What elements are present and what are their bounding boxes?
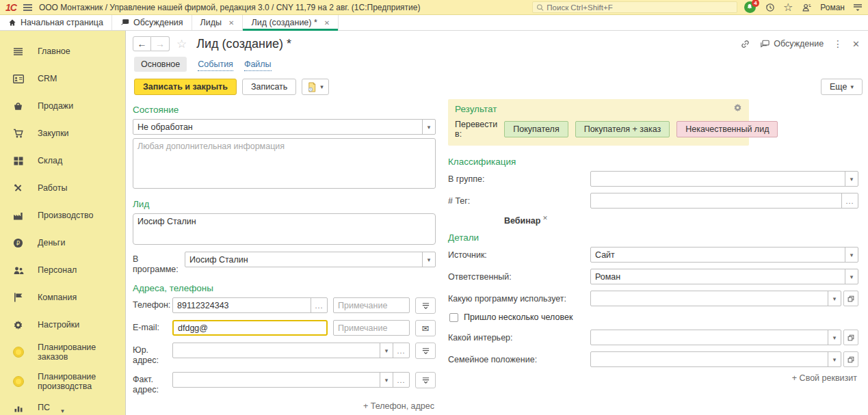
email-note-field[interactable] <box>333 320 410 336</box>
group-combobox[interactable]: ▾ <box>590 171 858 187</box>
tab-home[interactable]: Начальная страница <box>0 15 112 30</box>
more-menu-icon[interactable]: ⋮ <box>833 38 843 49</box>
add-phone-address-link[interactable]: + Телефон, адрес <box>363 401 434 411</box>
comment-textarea[interactable] <box>133 138 436 189</box>
favorites-star-icon[interactable]: ☆ <box>783 2 793 13</box>
program-used-input[interactable] <box>591 291 828 306</box>
save-and-close-button[interactable]: Записать и закрыть <box>134 79 237 95</box>
actual-address-input[interactable] <box>173 373 380 387</box>
convert-to-customer-button[interactable]: Покупателя <box>504 121 568 137</box>
sidebar-item-works[interactable]: Работы <box>0 174 125 202</box>
state-combobox[interactable]: ▾ <box>133 119 436 135</box>
phone-ellipsis-button[interactable]: ... <box>311 298 327 312</box>
interior-open-button[interactable] <box>843 330 858 345</box>
email-input[interactable] <box>174 321 326 334</box>
create-based-on-button[interactable]: ▾ <box>302 79 329 95</box>
tab-events[interactable]: События <box>198 58 233 71</box>
more-button[interactable]: Еще ▾ <box>821 79 863 95</box>
tab-lead-new[interactable]: Лид (создание) * ✕ <box>243 15 339 30</box>
sidebar-item-sales[interactable]: Продажи <box>0 92 125 120</box>
in-program-input[interactable] <box>185 252 422 267</box>
save-button[interactable]: Записать <box>242 79 296 95</box>
tag-field[interactable]: ... <box>590 193 858 209</box>
tag-remove-icon[interactable]: ✕ <box>542 215 548 222</box>
state-input[interactable] <box>133 120 422 134</box>
sidebar-scroll-down-icon[interactable]: ▼ <box>0 408 125 415</box>
program-used-dropdown-icon[interactable]: ▾ <box>828 291 841 306</box>
actual-address-dropdown-icon[interactable]: ▾ <box>380 373 393 387</box>
sidebar-item-production-planning[interactable]: Планирование производства <box>0 366 125 397</box>
favorite-star-icon[interactable]: ☆ <box>176 37 187 51</box>
search-input[interactable] <box>547 3 733 12</box>
responsible-dropdown-icon[interactable]: ▾ <box>845 269 858 284</box>
lead-name-textarea[interactable]: Иосиф Сталин <box>133 213 436 245</box>
interior-combobox[interactable]: ▾ <box>590 330 841 345</box>
source-input[interactable] <box>591 247 845 262</box>
source-dropdown-icon[interactable]: ▾ <box>845 247 858 262</box>
current-user[interactable]: Роман <box>820 3 845 12</box>
bad-lead-button[interactable]: Некачественный лид <box>676 121 778 137</box>
sidebar-item-main[interactable]: Главное <box>0 38 125 65</box>
in-program-dropdown-icon[interactable]: ▾ <box>422 252 435 267</box>
result-settings-gear-icon[interactable] <box>733 103 742 114</box>
email-note-input[interactable] <box>334 321 409 335</box>
legal-address-ellipsis-button[interactable]: ... <box>393 343 409 358</box>
tag-ellipsis-button[interactable]: ... <box>841 193 858 208</box>
in-program-combobox[interactable]: ▾ <box>185 252 436 267</box>
actual-address-history-button[interactable] <box>415 372 436 388</box>
tab-lead-new-close-icon[interactable]: ✕ <box>324 19 330 27</box>
close-form-icon[interactable]: ✕ <box>852 39 860 49</box>
back-button[interactable]: ← <box>133 36 151 51</box>
sidebar-item-settings[interactable]: Настройки <box>0 311 125 338</box>
tag-input[interactable] <box>591 193 841 208</box>
sidebar-item-staff[interactable]: Персонал <box>0 256 125 284</box>
marital-status-open-button[interactable] <box>843 351 858 367</box>
global-search[interactable] <box>532 1 737 13</box>
sidebar-item-production[interactable]: Производство <box>0 202 125 229</box>
actual-address-field[interactable]: ▾ ... <box>172 372 410 388</box>
group-input[interactable] <box>591 172 845 186</box>
sidebar-item-company[interactable]: Компания <box>0 284 125 311</box>
phone-field[interactable]: ... <box>172 297 328 313</box>
sidebar-item-crm[interactable]: CRM <box>0 65 125 92</box>
send-email-button[interactable]: ✉ <box>415 320 436 336</box>
tab-discussions[interactable]: Обсуждения <box>112 15 192 30</box>
program-used-combobox[interactable]: ▾ <box>590 291 841 306</box>
notifications-button[interactable]: 4 <box>744 1 757 14</box>
several-people-checkbox-row[interactable]: Пришло несколько человек <box>449 312 858 322</box>
marital-status-input[interactable] <box>591 352 828 366</box>
sidebar-item-purchases[interactable]: Закупки <box>0 120 125 147</box>
source-combobox[interactable]: ▾ <box>590 247 858 263</box>
state-dropdown-icon[interactable]: ▾ <box>422 120 435 134</box>
interior-input[interactable] <box>591 330 828 345</box>
responsible-combobox[interactable]: ▾ <box>590 269 858 284</box>
tab-files[interactable]: Файлы <box>244 58 272 71</box>
tab-leads[interactable]: Лиды ✕ <box>192 15 244 30</box>
copy-link-icon[interactable] <box>740 39 750 49</box>
history-icon[interactable] <box>765 2 775 12</box>
tab-main[interactable]: Основное <box>134 57 187 72</box>
phone-note-field[interactable] <box>333 297 410 313</box>
main-menu-icon[interactable] <box>23 4 32 11</box>
convert-to-customer-order-button[interactable]: Покупателя + заказ <box>575 121 670 137</box>
marital-status-combobox[interactable]: ▾ <box>590 351 841 367</box>
legal-address-history-button[interactable] <box>415 343 436 359</box>
marital-status-dropdown-icon[interactable]: ▾ <box>828 352 841 366</box>
actual-address-ellipsis-button[interactable]: ... <box>393 373 409 387</box>
sidebar-item-money[interactable]: ₽ Деньги <box>0 229 125 256</box>
phone-history-button[interactable] <box>415 297 436 314</box>
legal-address-input[interactable] <box>173 343 380 358</box>
forward-button[interactable]: → <box>151 36 170 51</box>
legal-address-field[interactable]: ▾ ... <box>172 343 410 358</box>
sidebar-item-order-planning[interactable]: Планирование заказов <box>0 338 125 366</box>
checkbox-icon[interactable] <box>449 313 458 322</box>
responsible-input[interactable] <box>591 269 845 284</box>
phone-note-input[interactable] <box>334 298 409 312</box>
service-menu-icon[interactable] <box>853 3 863 12</box>
add-custom-attribute-link[interactable]: + Свой реквизит <box>792 373 857 383</box>
sidebar-item-warehouse[interactable]: Склад <box>0 147 125 174</box>
interior-dropdown-icon[interactable]: ▾ <box>828 330 841 345</box>
users-icon[interactable] <box>801 3 812 12</box>
discussion-button[interactable]: Обсуждение <box>760 39 824 49</box>
legal-address-dropdown-icon[interactable]: ▾ <box>380 343 393 358</box>
